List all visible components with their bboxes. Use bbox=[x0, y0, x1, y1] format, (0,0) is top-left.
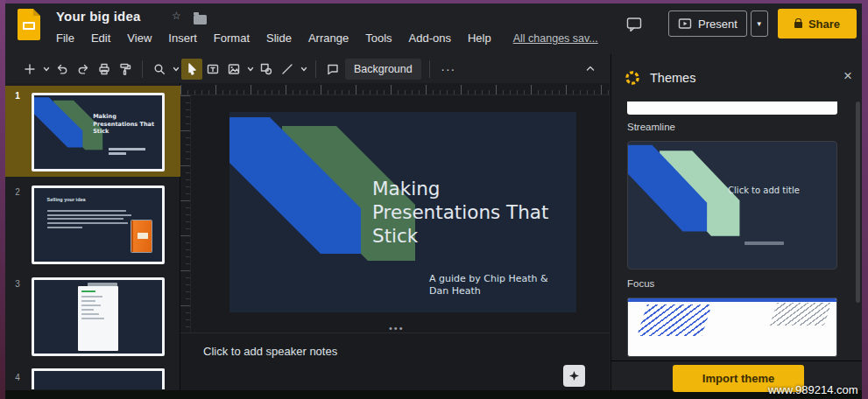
textbox-button[interactable] bbox=[202, 59, 223, 80]
theme-preview-title: Click to add title bbox=[698, 186, 829, 195]
theme-thumbnail-streamline[interactable]: Click to add title bbox=[627, 141, 837, 270]
slide-thumbnail-2[interactable]: Selling your idea bbox=[32, 186, 165, 264]
star-icon[interactable]: ☆ bbox=[172, 10, 181, 22]
chevron-down-icon bbox=[300, 65, 308, 74]
toolbar-more-button[interactable]: ··· bbox=[436, 62, 461, 76]
comments-button[interactable] bbox=[624, 14, 645, 35]
menu-view[interactable]: View bbox=[127, 32, 152, 45]
background-button[interactable]: Background bbox=[345, 59, 421, 80]
comments-icon bbox=[625, 16, 643, 33]
menu-help[interactable]: Help bbox=[468, 32, 491, 45]
lock-icon bbox=[794, 22, 802, 28]
thumbnail-title: Making Presentations That Stick bbox=[93, 113, 154, 135]
close-icon[interactable]: × bbox=[839, 67, 857, 85]
print-button[interactable] bbox=[94, 59, 115, 80]
top-edge-strip bbox=[0, 0, 868, 4]
paint-format-icon bbox=[118, 62, 132, 76]
theme-preview-subtitle bbox=[745, 242, 784, 245]
chevron-down-icon bbox=[246, 65, 255, 74]
speaker-notes-input[interactable]: Click to add speaker notes bbox=[203, 345, 337, 358]
menu-format[interactable]: Format bbox=[214, 32, 250, 45]
zoom-icon bbox=[152, 62, 166, 76]
insert-image-button[interactable] bbox=[223, 59, 244, 80]
thumbnail-subtitle-lines bbox=[109, 148, 145, 157]
paint-format-button[interactable] bbox=[115, 59, 136, 80]
themes-panel-title: Themes bbox=[650, 71, 695, 85]
shape-icon bbox=[259, 62, 273, 76]
focus-theme-hatch-left bbox=[637, 304, 712, 336]
present-label: Present bbox=[698, 18, 737, 31]
present-dropdown[interactable]: ▼ bbox=[751, 10, 768, 37]
select-tool-button[interactable] bbox=[181, 59, 202, 80]
save-status[interactable]: All changes sav... bbox=[513, 32, 598, 45]
checklist-paper bbox=[78, 286, 118, 351]
toolbar-divider bbox=[142, 60, 143, 78]
menu-arrange[interactable]: Arrange bbox=[308, 32, 349, 45]
new-slide-plus-icon bbox=[23, 62, 37, 76]
zoom-dropdown[interactable] bbox=[170, 59, 181, 80]
menu-edit[interactable]: Edit bbox=[91, 32, 110, 45]
left-edge-strip bbox=[0, 0, 5, 399]
themes-palette-icon bbox=[624, 69, 641, 87]
select-cursor-icon bbox=[185, 62, 199, 76]
menu-file[interactable]: File bbox=[56, 32, 74, 45]
zoom-button[interactable] bbox=[149, 59, 170, 80]
panel-scrollbar[interactable] bbox=[856, 102, 860, 303]
undo-button[interactable] bbox=[52, 59, 73, 80]
vertical-ruler bbox=[180, 95, 191, 332]
slide-thumbnail-1[interactable]: Making Presentations That Stick bbox=[32, 93, 165, 172]
slide-number-1: 1 bbox=[11, 91, 24, 101]
menu-tools[interactable]: Tools bbox=[365, 32, 392, 45]
folder-icon[interactable] bbox=[194, 15, 207, 24]
undo-icon bbox=[55, 62, 69, 76]
menu-addons[interactable]: Add-ons bbox=[409, 32, 451, 45]
share-label: Share bbox=[808, 18, 840, 31]
slide-number-4: 4 bbox=[11, 373, 24, 382]
new-slide-dropdown[interactable] bbox=[40, 59, 52, 80]
explore-icon bbox=[567, 368, 582, 383]
slide-title-textbox[interactable]: Making Presentations That Stick bbox=[372, 177, 548, 248]
shape-button[interactable] bbox=[256, 59, 277, 80]
slide-thumbnail-4[interactable] bbox=[32, 368, 165, 389]
present-button[interactable]: Present bbox=[668, 10, 747, 37]
slide-subtitle-textbox[interactable]: A guide by Chip Heath & Dan Heath bbox=[429, 273, 548, 298]
previous-theme-thumbnail-edge[interactable] bbox=[627, 102, 837, 115]
right-edge-strip bbox=[862, 0, 868, 399]
present-button-group: Present ▼ bbox=[668, 10, 768, 37]
theme-label-focus: Focus bbox=[627, 278, 654, 289]
redo-icon bbox=[76, 62, 90, 76]
toolbar-divider bbox=[429, 60, 430, 78]
print-icon bbox=[97, 62, 111, 76]
line-icon bbox=[280, 62, 294, 76]
theme-label-streamline: Streamline bbox=[627, 122, 675, 132]
collapse-chevron-icon bbox=[584, 62, 596, 74]
focus-theme-hatch-right bbox=[770, 303, 831, 326]
chevron-down-icon bbox=[172, 65, 180, 74]
notes-divider bbox=[180, 332, 610, 333]
slides-app-icon-inner bbox=[23, 22, 35, 30]
explore-button[interactable] bbox=[563, 365, 585, 387]
redo-button[interactable] bbox=[73, 59, 94, 80]
share-button[interactable]: Share bbox=[778, 9, 857, 38]
new-slide-button[interactable] bbox=[19, 59, 40, 80]
comment-icon bbox=[326, 62, 340, 76]
slide-number-2: 2 bbox=[11, 187, 24, 197]
current-slide[interactable]: Making Presentations That Stick A guide … bbox=[229, 112, 576, 312]
thumbnail-title: Selling your idea bbox=[47, 197, 86, 202]
image-dropdown[interactable] bbox=[244, 59, 256, 80]
slide-thumbnail-3[interactable] bbox=[32, 277, 165, 356]
line-tool-button[interactable] bbox=[277, 59, 298, 80]
toolbar-divider bbox=[315, 60, 316, 78]
line-dropdown[interactable] bbox=[298, 59, 309, 80]
hide-menus-button[interactable] bbox=[580, 58, 601, 79]
textbox-icon bbox=[206, 62, 220, 76]
focus-theme-top-bar bbox=[628, 298, 836, 302]
book-cover-image bbox=[131, 220, 152, 252]
menu-insert[interactable]: Insert bbox=[168, 32, 197, 45]
insert-comment-button[interactable] bbox=[322, 59, 343, 80]
theme-thumbnail-focus[interactable] bbox=[627, 298, 837, 357]
google-slides-window: Your big idea ☆ File Edit View Insert Fo… bbox=[0, 0, 868, 399]
document-title[interactable]: Your big idea bbox=[56, 9, 141, 24]
slides-app-icon[interactable] bbox=[18, 9, 40, 40]
menu-slide[interactable]: Slide bbox=[266, 32, 292, 45]
